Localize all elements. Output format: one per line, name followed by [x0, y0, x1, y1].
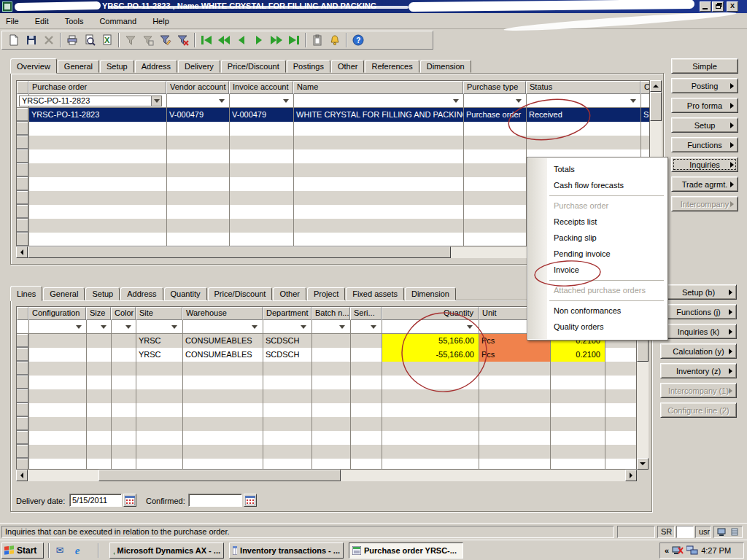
filter-dropdown-icon[interactable] [219, 99, 225, 103]
menu-item-quality-orders[interactable]: Quality orders [527, 319, 667, 335]
filter-dropdown-icon[interactable] [371, 325, 376, 329]
pro-forma-button[interactable]: Pro forma [671, 98, 738, 113]
tab-address[interactable]: Address [135, 60, 177, 73]
trade-agreement-button[interactable]: Trade agrmt. [671, 176, 738, 192]
cell-unit-price-highlighted[interactable]: 0.2100 [550, 348, 605, 362]
cell-purchase-order[interactable]: YRSC-PO-11-2823 [28, 108, 166, 122]
network-computers-icon[interactable] [686, 545, 698, 556]
tab-lines-fixed-assets[interactable]: Fixed assets [346, 287, 404, 300]
menu-item-non-conformances[interactable]: Non conformances [527, 303, 667, 319]
remove-filter-icon[interactable] [174, 32, 192, 48]
col-status[interactable]: Status [526, 81, 640, 94]
help-icon[interactable]: ? [349, 32, 367, 48]
combo-dropdown-button[interactable] [151, 96, 161, 106]
save-icon[interactable] [23, 32, 40, 48]
tray-collapse-chevron[interactable]: « [665, 546, 669, 555]
menu-item-receipts-list[interactable]: Receipts list [527, 214, 667, 230]
col-quantity[interactable]: Quantity [382, 307, 479, 320]
posting-button[interactable]: Posting [671, 78, 738, 93]
cell-department[interactable]: SCDSCH [263, 348, 311, 362]
menu-edit[interactable]: Edit [35, 17, 49, 26]
cell-site[interactable]: YRSC [136, 348, 182, 362]
filter-dropdown-icon[interactable] [101, 325, 107, 329]
cell-currency[interactable]: SR [640, 108, 650, 122]
scroll-left-button[interactable] [16, 246, 28, 258]
cell-site[interactable]: YRSC [136, 334, 182, 348]
tab-lines-project[interactable]: Project [307, 287, 345, 300]
filter-dropdown-icon[interactable] [301, 325, 306, 329]
col-serial[interactable]: Seri... [350, 307, 382, 320]
cell-warehouse[interactable]: CONSUMEABLES [182, 348, 263, 362]
col-warehouse[interactable]: Warehouse [182, 307, 263, 320]
col-size[interactable]: Size [86, 307, 111, 320]
tab-postings[interactable]: Postings [287, 60, 330, 73]
task-inventory-transactions[interactable]: Inventory transactions - ... [229, 542, 344, 559]
tab-references[interactable]: References [365, 60, 419, 73]
scroll-up-button[interactable] [650, 80, 662, 92]
cell-warehouse[interactable]: CONSUMEABLES [182, 334, 263, 348]
tab-dimension[interactable]: Dimension [420, 60, 471, 73]
filter-dropdown-icon[interactable] [171, 325, 177, 329]
cell-purchase-type[interactable]: Purchase order [463, 108, 526, 122]
scrollbar-thumb[interactable] [650, 92, 662, 121]
filter-dropdown-icon[interactable] [76, 325, 82, 329]
cell-name[interactable]: WHITE CRYSTAL FOR FILLING AND PACKING [293, 108, 463, 122]
task-dynamics-ax[interactable]: Microsoft Dynamics AX - ... [109, 542, 224, 559]
horizontal-scrollbar[interactable] [16, 470, 637, 481]
setup-b-button[interactable]: Setup (b) [660, 284, 737, 300]
filter-dropdown-icon[interactable] [252, 325, 258, 329]
menu-item-totals[interactable]: Totals [527, 161, 667, 177]
col-batch-number[interactable]: Batch n... [311, 307, 350, 320]
network-disconnected-icon[interactable] [672, 545, 684, 556]
inquiries-button[interactable]: Inquiries [671, 157, 738, 172]
tab-lines-price-discount[interactable]: Price/Discount [208, 287, 273, 300]
taskbar-clock[interactable]: 4:27 PM [701, 546, 731, 555]
next-record-icon[interactable] [250, 32, 268, 48]
export-to-excel-icon[interactable]: X [98, 32, 116, 48]
filter-dropdown-icon[interactable] [125, 325, 131, 329]
cell-vendor-account[interactable]: V-000479 [166, 108, 229, 122]
col-name[interactable]: Name [293, 81, 463, 94]
cell-quantity-highlighted[interactable]: 55,166.00 [382, 334, 479, 348]
delivery-date-calendar-button[interactable] [123, 494, 136, 507]
tab-lines-address[interactable]: Address [120, 287, 163, 300]
scroll-down-button[interactable] [637, 458, 649, 470]
inventory-z-button[interactable]: Inventory (z) [660, 363, 737, 378]
previous-record-icon[interactable] [233, 32, 250, 48]
tab-lines-quantity[interactable]: Quantity [164, 287, 207, 300]
delivery-date-input[interactable] [69, 494, 122, 507]
purchase-order-filter-combo[interactable]: YRSC-PO-11-2823 [19, 96, 162, 106]
minimize-button[interactable] [700, 1, 711, 12]
clipboard-icon[interactable] [309, 32, 326, 48]
alerts-bell-icon[interactable] [326, 32, 344, 48]
tab-general[interactable]: General [58, 60, 99, 73]
cell-unit-highlighted[interactable]: Pcs [479, 348, 550, 362]
cell-quantity-highlighted[interactable]: -55,166.00 [382, 348, 479, 362]
col-color[interactable]: Color [111, 307, 136, 320]
col-purchase-type[interactable]: Purchase type [463, 81, 526, 94]
delete-icon[interactable] [40, 32, 58, 48]
col-vendor-account[interactable]: Vendor account [166, 81, 229, 94]
purchase-order-row-selected[interactable]: YRSC-PO-11-2823 V-000479 V-000479 WHITE … [17, 108, 649, 122]
menu-item-packing-slip[interactable]: Packing slip [527, 230, 667, 246]
task-purchase-order[interactable]: Purchase order YRSC-... [349, 542, 463, 559]
new-icon[interactable] [5, 32, 23, 48]
filter-dropdown-icon[interactable] [516, 99, 522, 103]
menu-file[interactable]: File [6, 17, 19, 26]
menu-item-pending-invoice[interactable]: Pending invoice [527, 246, 667, 262]
print-preview-icon[interactable] [81, 32, 98, 48]
filter-dropdown-icon[interactable] [283, 99, 289, 103]
tab-overview[interactable]: Overview [10, 58, 57, 74]
filter-dropdown-icon[interactable] [630, 99, 636, 103]
tab-price-discount[interactable]: Price/Discount [221, 60, 286, 73]
menu-tools[interactable]: Tools [65, 17, 84, 26]
menu-item-invoice[interactable]: Invoice [527, 262, 667, 278]
scroll-right-button[interactable] [625, 470, 637, 481]
last-record-icon[interactable] [285, 32, 303, 48]
scrollbar-thumb[interactable] [98, 470, 341, 481]
filter-by-grid-icon[interactable] [139, 32, 157, 48]
tab-lines-setup[interactable]: Setup [85, 287, 120, 300]
tab-delivery[interactable]: Delivery [178, 60, 220, 73]
filter-dropdown-icon[interactable] [467, 325, 473, 329]
functions-button[interactable]: Functions [671, 137, 738, 152]
